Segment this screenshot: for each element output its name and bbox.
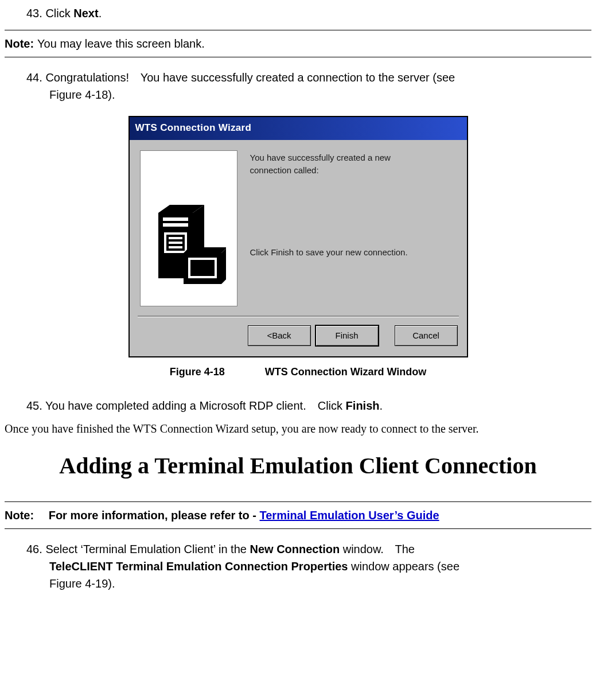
figure-title: WTS Connection Wizard Window bbox=[265, 366, 427, 378]
section-heading: Adding a Terminal Emulation Client Conne… bbox=[5, 448, 591, 484]
step-number: 44. bbox=[26, 71, 42, 84]
svg-marker-11 bbox=[184, 247, 226, 253]
svg-marker-12 bbox=[221, 247, 226, 284]
wts-wizard-window: WTS Connection Wizard bbox=[128, 116, 468, 357]
step-text: Select ‘Terminal Emulation Client’ in th… bbox=[45, 543, 415, 555]
step-44: 44. Congratulations! You have successful… bbox=[26, 69, 591, 103]
step-text-cont: Figure 4-18). bbox=[26, 86, 591, 103]
back-button[interactable]: <Back bbox=[248, 325, 311, 347]
step-number: 45. bbox=[26, 399, 42, 412]
wizard-graphic-panel bbox=[140, 150, 237, 306]
step-text-cont: TeleCLIENT Terminal Emulation Connection… bbox=[26, 558, 591, 575]
step-number: 43. bbox=[26, 7, 42, 20]
note-block-2: Note: For more information, please refer… bbox=[5, 501, 591, 529]
step-number: 46. bbox=[26, 543, 42, 555]
svg-rect-14 bbox=[190, 260, 215, 276]
cancel-button[interactable]: Cancel bbox=[395, 325, 458, 347]
step-text: Click Next. bbox=[45, 7, 102, 20]
step-text: You have completed adding a Microsoft RD… bbox=[45, 399, 383, 412]
svg-rect-3 bbox=[163, 217, 188, 221]
figure-4-18-caption: Figure 4-18WTS Connection Wizard Window bbox=[5, 364, 591, 380]
figure-number: Figure 4-18 bbox=[170, 366, 225, 378]
svg-rect-7 bbox=[169, 237, 182, 239]
wizard-msg-finish: Click Finish to save your new connection… bbox=[250, 246, 460, 259]
wizard-msg-line1: You have successfully created a new bbox=[250, 151, 460, 165]
step-text: Congratulations! You have successfully c… bbox=[45, 71, 455, 84]
terminal-emulation-guide-link[interactable]: Terminal Emulation User’s Guide bbox=[260, 509, 439, 522]
step-text-cont2: Figure 4-19). bbox=[26, 575, 591, 592]
note-text: You may leave this screen blank. bbox=[37, 35, 205, 52]
svg-rect-8 bbox=[169, 242, 182, 244]
step-45: 45. You have completed adding a Microsof… bbox=[26, 397, 591, 414]
wizard-body: You have successfully created a new conn… bbox=[130, 140, 467, 312]
note-block-1: Note: You may leave this screen blank. bbox=[5, 30, 591, 57]
computer-icon bbox=[151, 203, 226, 289]
step-43: 43. Click Next. bbox=[26, 5, 591, 22]
figure-4-18: WTS Connection Wizard bbox=[5, 116, 591, 357]
wizard-button-row: <BackFinishCancel bbox=[130, 317, 467, 357]
window-titlebar: WTS Connection Wizard bbox=[130, 117, 467, 140]
wizard-msg-line2: connection called: bbox=[250, 164, 460, 177]
closing-paragraph: Once you have finished the WTS Connectio… bbox=[5, 420, 591, 437]
note-label: Note: bbox=[5, 35, 34, 52]
step-46: 46. Select ‘Terminal Emulation Client’ i… bbox=[26, 540, 591, 592]
note-text: For more information, please refer to - bbox=[49, 509, 260, 522]
wizard-text-panel: You have successfully created a new conn… bbox=[250, 150, 460, 306]
note-label: Note: bbox=[5, 509, 45, 522]
svg-rect-4 bbox=[163, 223, 188, 227]
svg-rect-9 bbox=[169, 246, 182, 248]
finish-button[interactable]: Finish bbox=[315, 325, 379, 347]
